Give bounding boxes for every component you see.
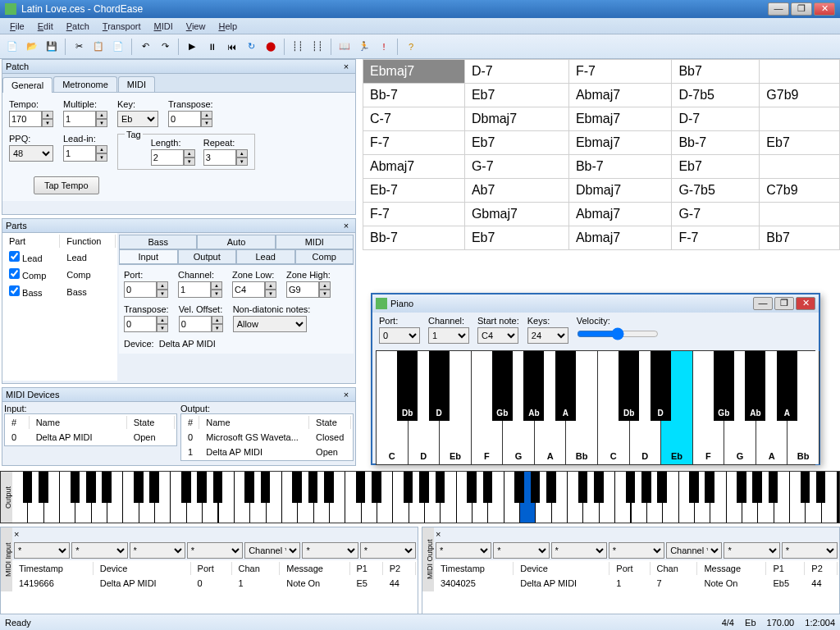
chord-cell[interactable]: Abmaj7 — [363, 155, 465, 179]
piano-keys-select[interactable]: 24 — [527, 327, 568, 344]
log-col-header[interactable]: P1 — [768, 562, 805, 575]
part-comp-check[interactable] — [9, 268, 20, 279]
output-black-key[interactable] — [626, 472, 636, 503]
output-black-key[interactable] — [134, 472, 144, 503]
chord-cell[interactable]: Bb7 — [760, 226, 840, 250]
part-transpose-input[interactable] — [124, 316, 157, 332]
log-filter-select[interactable]: * — [360, 542, 416, 559]
black-key[interactable]: Ab — [523, 351, 544, 421]
output-black-key[interactable] — [23, 472, 33, 503]
output-black-key[interactable] — [816, 472, 826, 503]
undo-icon[interactable]: ↶ — [136, 38, 154, 56]
piano-start-select[interactable]: C4 — [477, 327, 518, 344]
chord-cell[interactable]: G-7b5 — [672, 179, 760, 203]
chord-cell[interactable]: Eb7 — [464, 84, 568, 107]
black-key[interactable]: Ab — [745, 351, 765, 421]
log-filter-select[interactable]: Channel * — [244, 542, 300, 559]
log-col-header[interactable]: Port — [193, 562, 232, 575]
chord-cell[interactable]: Dbmaj7 — [464, 107, 568, 131]
log-filter-select[interactable]: * — [493, 542, 549, 559]
black-key[interactable]: A — [555, 351, 576, 421]
tempo-input[interactable] — [9, 111, 42, 127]
chord-cell[interactable]: Eb-7 — [363, 179, 465, 203]
save-icon[interactable]: 💾 — [43, 38, 61, 56]
black-key[interactable]: A — [777, 351, 797, 421]
output-black-key[interactable] — [213, 472, 223, 503]
piano-channel-select[interactable]: 1 — [428, 327, 469, 344]
output-black-key[interactable] — [86, 472, 96, 503]
chord-cell[interactable]: D-7 — [464, 60, 568, 84]
chord-cell[interactable]: Bb-7 — [363, 84, 465, 107]
output-black-key[interactable] — [244, 472, 254, 503]
output-black-key[interactable] — [356, 472, 366, 503]
chord-cell[interactable] — [760, 60, 840, 84]
chord-cell[interactable]: Eb7 — [672, 155, 760, 179]
output-black-key[interactable] — [801, 472, 810, 503]
zonehigh-input[interactable] — [286, 281, 319, 298]
output-black-key[interactable] — [483, 472, 493, 503]
chord-cell[interactable]: F-7 — [568, 60, 671, 84]
key-select[interactable]: Eb — [117, 111, 158, 127]
part-channel-input[interactable] — [178, 281, 211, 298]
zonelow-input[interactable] — [232, 281, 265, 298]
log-filter-select[interactable]: * — [71, 542, 127, 559]
output-black-key[interactable] — [372, 472, 381, 503]
log-filter-select[interactable]: * — [436, 542, 491, 559]
output-black-key[interactable] — [594, 472, 604, 503]
tab-general[interactable]: General — [2, 77, 52, 93]
chord-cell[interactable]: Abmaj7 — [568, 203, 671, 226]
chord-cell[interactable]: Abmaj7 — [568, 226, 671, 250]
midi-output-close-icon[interactable]: × — [436, 529, 441, 539]
parts-col-function[interactable]: Function — [62, 235, 116, 248]
chord-cell[interactable]: F-7 — [363, 131, 465, 155]
part-lead-check[interactable] — [9, 251, 20, 262]
patch-close-icon[interactable]: × — [340, 62, 352, 71]
black-key[interactable]: Db — [619, 351, 639, 421]
midi-input-close-icon[interactable]: × — [14, 529, 19, 539]
cut-icon[interactable]: ✂ — [70, 38, 88, 56]
piano-minimize-button[interactable]: — — [753, 297, 773, 310]
log-filter-select[interactable]: * — [724, 542, 779, 559]
chord-cell[interactable]: Bb-7 — [672, 131, 760, 155]
chord-cell[interactable]: Eb7 — [464, 226, 568, 250]
chord-cell[interactable] — [760, 155, 840, 179]
piano-port-select[interactable]: 0 — [379, 327, 420, 344]
output-black-key[interactable] — [737, 472, 746, 503]
paste-icon[interactable]: 📄 — [109, 38, 127, 56]
log-col-header[interactable]: Device — [95, 562, 191, 575]
piano-keyboard[interactable]: CDEbFGABbCDEbFGABbDbDGbAbADbDGbAbA — [376, 350, 815, 465]
multiple-input[interactable] — [63, 111, 96, 127]
log-filter-select[interactable]: Channel * — [666, 542, 722, 559]
chord-cell[interactable]: Ebmaj7 — [363, 60, 465, 84]
log-filter-select[interactable]: * — [302, 542, 358, 559]
subtab-midi[interactable]: MIDI — [276, 235, 354, 249]
output-black-key[interactable] — [752, 472, 762, 503]
log-filter-select[interactable]: * — [782, 542, 838, 559]
log-col-header[interactable]: Device — [515, 562, 609, 575]
output-black-key[interactable] — [514, 472, 524, 503]
menu-file[interactable]: File — [3, 20, 31, 33]
play-icon[interactable]: ▶ — [183, 38, 201, 56]
repeat-input[interactable] — [203, 149, 236, 166]
log-col-header[interactable]: P2 — [806, 562, 838, 575]
output-black-key[interactable] — [71, 472, 80, 503]
close-button[interactable]: ✕ — [814, 2, 835, 16]
leadin-input[interactable] — [63, 145, 96, 162]
menu-transport[interactable]: Transport — [96, 20, 148, 33]
piano-maximize-button[interactable]: ❐ — [774, 297, 794, 310]
loop-icon[interactable]: ↻ — [242, 38, 260, 56]
chord-cell[interactable]: Bb7 — [672, 60, 760, 84]
chord-cell[interactable]: Eb7 — [760, 131, 840, 155]
log-filter-select[interactable]: * — [609, 542, 664, 559]
output-black-key[interactable] — [197, 472, 207, 503]
midi-devices-close-icon[interactable]: × — [340, 390, 352, 399]
pause-icon[interactable]: ⏸ — [203, 38, 221, 56]
chord-cell[interactable]: G7b9 — [760, 84, 840, 107]
chord-cell[interactable] — [760, 203, 840, 226]
menu-help[interactable]: Help — [212, 20, 244, 33]
help-icon[interactable]: ? — [402, 38, 420, 56]
output-black-key[interactable] — [705, 472, 714, 503]
chord-cell[interactable]: Ebmaj7 — [568, 107, 671, 131]
output-black-key[interactable] — [102, 472, 112, 503]
output-black-key[interactable] — [181, 472, 191, 503]
